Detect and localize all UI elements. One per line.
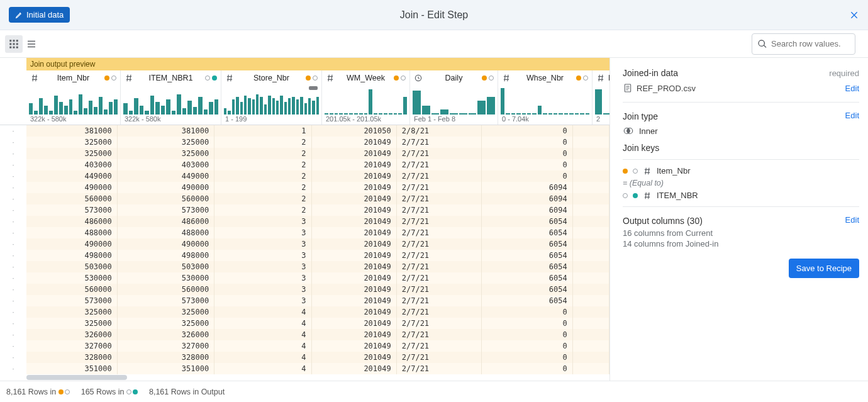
table-row[interactable]: ·53000053000032010492/7/216054 xyxy=(0,272,609,284)
table-row[interactable]: ·32600032600042010492/7/210 xyxy=(0,329,609,340)
cell: 3 xyxy=(214,238,311,250)
column-header[interactable]: WM_Week201.05k - 201.05k xyxy=(322,70,410,125)
search-icon xyxy=(757,39,767,49)
cell: 0 xyxy=(482,340,573,352)
search-input[interactable] xyxy=(771,39,847,48)
cell: 328000 xyxy=(118,352,214,363)
table-row[interactable]: ·49800049800032010492/7/216054 xyxy=(0,250,609,261)
cell xyxy=(573,329,609,340)
cell: 3 xyxy=(214,216,311,227)
save-to-recipe-button[interactable]: Save to Recipe xyxy=(789,259,859,278)
table-row[interactable]: ·32800032800042010492/7/210 xyxy=(0,352,609,363)
cell xyxy=(573,352,609,363)
table-row[interactable]: ·44900044900022010492/7/210 xyxy=(0,170,609,182)
table-row[interactable]: ·50300050300032010492/7/216054 xyxy=(0,261,609,272)
table-row[interactable]: ·57300057300022010492/7/216094 xyxy=(0,204,609,216)
initial-data-button[interactable]: Initial data xyxy=(9,7,70,23)
column-header[interactable]: ITEM_NBR1322k - 580k xyxy=(121,70,221,125)
column-header[interactable]: Store_Nbr1 - 199 xyxy=(221,70,322,125)
table-row[interactable]: ·48600048600032010492/7/216054 xyxy=(0,216,609,227)
cell: 201049 xyxy=(312,170,397,182)
grid-view-button[interactable] xyxy=(5,35,23,53)
ring-icon xyxy=(633,169,638,174)
edit-join-type[interactable]: Edit xyxy=(845,111,859,120)
cell: 3 xyxy=(214,284,311,295)
cell: 3 xyxy=(214,227,311,238)
cell: 2/7/21 xyxy=(397,250,482,261)
table-row[interactable]: ·32700032700042010492/7/210 xyxy=(0,340,609,352)
cell: 201049 xyxy=(312,318,397,329)
column-header[interactable]: Whse_Nbr0 - 7.04k xyxy=(498,70,593,125)
edit-output-columns[interactable]: Edit xyxy=(845,215,859,225)
table-row[interactable]: ·35100035100042010492/7/210 xyxy=(0,363,609,374)
cell: 560000 xyxy=(118,284,214,295)
row-gutter: · xyxy=(0,193,26,204)
histogram xyxy=(498,86,592,114)
cell xyxy=(573,204,609,216)
horizontal-scrollbar[interactable] xyxy=(0,374,609,381)
cell: 201049 xyxy=(312,295,397,306)
cell xyxy=(573,272,609,284)
row-gutter: · xyxy=(0,216,26,227)
hash-icon xyxy=(643,191,652,200)
cell: 201049 xyxy=(312,261,397,272)
cell: 2/8/21 xyxy=(397,125,482,137)
cell: 2 xyxy=(214,170,311,182)
table-row[interactable]: ·32500032500022010492/7/210 xyxy=(0,137,609,148)
table-row[interactable]: ·38100038100012010502/8/210 xyxy=(0,125,609,137)
cell: 560000 xyxy=(26,284,118,295)
cell: 351000 xyxy=(118,363,214,374)
cell: 201049 xyxy=(312,352,397,363)
cell xyxy=(573,306,609,318)
table-row[interactable]: ·40300040300022010492/7/210 xyxy=(0,159,609,170)
cell xyxy=(573,159,609,170)
column-header[interactable]: Item_Nbr322k - 580k xyxy=(26,70,121,125)
table-row[interactable]: ·49000049000022010492/7/216094 xyxy=(0,182,609,193)
column-name: Whse_Nbr xyxy=(498,74,592,82)
cell: 4 xyxy=(214,318,311,329)
cell xyxy=(573,363,609,374)
table-row[interactable]: ·56000056000032010492/7/216054 xyxy=(0,284,609,295)
histogram xyxy=(221,86,321,114)
table-row[interactable]: ·49000049000032010492/7/216054 xyxy=(0,238,609,250)
histogram xyxy=(121,86,221,114)
cell: 201049 xyxy=(312,329,397,340)
cell: 2/7/21 xyxy=(397,306,482,318)
list-view-button[interactable] xyxy=(23,35,40,53)
close-button[interactable] xyxy=(849,10,859,20)
column-header[interactable]: DailyFeb 1 - Feb 8 xyxy=(410,70,498,125)
cell: 2/7/21 xyxy=(397,238,482,250)
cell: 6054 xyxy=(482,295,573,306)
table-row[interactable]: ·57300057300032010492/7/216054 xyxy=(0,295,609,306)
cell: 4 xyxy=(214,363,311,374)
cell: 325000 xyxy=(26,148,118,159)
column-range: 322k - 580k xyxy=(26,114,120,125)
edit-joined-data[interactable]: Edit xyxy=(845,84,859,93)
data-rows[interactable]: ·38100038100012010502/8/210·325000325000… xyxy=(0,125,609,374)
cell: 381000 xyxy=(26,125,118,137)
cell: 6054 xyxy=(482,272,573,284)
table-row[interactable]: ·32500032500042010492/7/210 xyxy=(0,318,609,329)
cell: 2/7/21 xyxy=(397,204,482,216)
cell: 2/7/21 xyxy=(397,318,482,329)
histogram xyxy=(26,86,120,114)
cell: 490000 xyxy=(118,238,214,250)
cell xyxy=(573,137,609,148)
svg-rect-0 xyxy=(9,40,11,42)
table-row[interactable]: ·56000056000022010492/7/216094 xyxy=(0,193,609,204)
column-name: ITEM_NBR1 xyxy=(121,74,221,82)
cell: 2/7/21 xyxy=(397,193,482,204)
joined-columns-count: 14 columns from Joined-in xyxy=(623,239,859,248)
column-header[interactable]: R2 xyxy=(593,70,610,125)
table-row[interactable]: ·32500032500042010492/7/210 xyxy=(0,306,609,318)
table-row[interactable]: ·32500032500022010492/7/210 xyxy=(0,148,609,159)
table-row[interactable]: ·48800048800032010492/7/216054 xyxy=(0,227,609,238)
cell: 488000 xyxy=(118,227,214,238)
cell: 2/7/21 xyxy=(397,227,482,238)
left-rows-count: 8,161 Rows in xyxy=(6,388,70,396)
cell: 498000 xyxy=(118,250,214,261)
row-gutter: · xyxy=(0,159,26,170)
cell: 2/7/21 xyxy=(397,159,482,170)
search-box[interactable] xyxy=(752,33,855,55)
cell: 0 xyxy=(482,137,573,148)
